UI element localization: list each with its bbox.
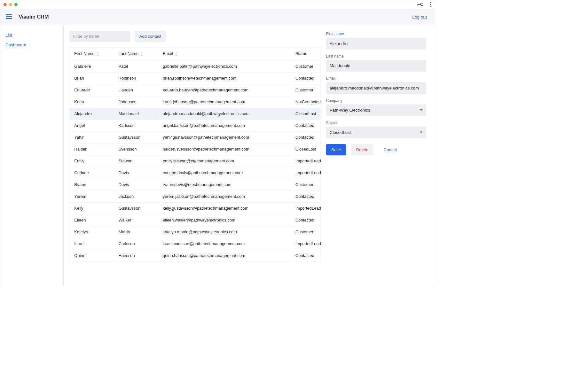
sort-icon	[96, 52, 99, 56]
cell-last: Gustavsson	[114, 131, 158, 143]
svg-rect-2	[417, 4, 418, 5]
svg-rect-9	[6, 18, 12, 19]
cell-first: Gabrielle	[70, 60, 114, 72]
cell-last: Gustavsson	[114, 202, 158, 214]
cell-status: ImportedLead	[291, 238, 321, 250]
table-row[interactable]: IsraelCarlssonisrael.carlsson@pathetechm…	[70, 238, 321, 250]
table-row[interactable]: GabriellePatelgabrielle.patel@pathwayele…	[70, 60, 321, 72]
col-header-status[interactable]: Status	[291, 47, 321, 60]
cell-last: Hansson	[114, 250, 158, 261]
cell-first: Koen	[70, 96, 114, 108]
save-button[interactable]: Save	[326, 144, 346, 156]
cell-status: ImportedLead	[291, 202, 321, 214]
cell-email: yurem.jackson@pathetechmanagement.com	[158, 190, 291, 202]
mac-minimize-dot[interactable]	[9, 3, 12, 6]
label-last-name: Last name	[326, 54, 427, 58]
filter-input[interactable]	[69, 31, 130, 42]
table-row[interactable]: EileenWalkereileen.walker@pathwayelectro…	[70, 214, 321, 226]
table-row[interactable]: RyannDavisryann.davis@etechmanagement.co…	[70, 179, 321, 190]
svg-point-6	[430, 5, 432, 7]
sidebar-item-dashboard[interactable]: Dashboard	[5, 43, 58, 48]
input-last-name[interactable]	[326, 60, 427, 72]
col-header-email[interactable]: Email	[158, 47, 291, 60]
table-row[interactable]: YahirGustavssonyahir.gustavsson@pathetec…	[70, 131, 321, 143]
input-email[interactable]	[326, 82, 427, 94]
cell-email: brian.robinson@etechmanagement.com	[158, 72, 291, 84]
cell-first: Ryann	[70, 179, 114, 190]
cell-status: Contacted	[291, 190, 321, 202]
hamburger-menu-icon[interactable]	[6, 13, 12, 20]
table-row[interactable]: EduardoHaugeneduardo.haugen@pathetechman…	[70, 84, 321, 96]
cell-status: Contacted	[291, 250, 321, 261]
svg-point-0	[421, 3, 423, 5]
table-row[interactable]: EmilyStewartemily.stewart@etechmanagemen…	[70, 155, 321, 167]
svg-point-4	[430, 2, 432, 3]
cell-email: eduardo.haugen@pathetechmanagement.com	[158, 84, 291, 96]
contact-form: First name Last name Email Company Path-…	[321, 25, 435, 287]
table-row[interactable]: AlejandroMacdonaldalejandro.macdonald@pa…	[70, 108, 321, 120]
logout-link[interactable]: Log out	[412, 14, 427, 19]
sort-icon	[140, 52, 143, 56]
svg-rect-8	[6, 16, 12, 17]
table-row[interactable]: HaidenSvenssonhaiden.svensson@pathetechm…	[70, 143, 321, 155]
cell-email: angel.karlsson@pathetechmanagement.com	[158, 120, 291, 131]
mac-extension-icons	[417, 2, 431, 8]
cell-last: Macdonald	[114, 108, 158, 120]
cell-status: Contacted	[291, 214, 321, 226]
table-row[interactable]: CorinneDaviscorinne.davis@pathetechmanag…	[70, 167, 321, 179]
cell-first: Israel	[70, 238, 114, 250]
sort-icon	[175, 52, 177, 56]
grid-header-row: First Name Last Name Email Status	[70, 47, 321, 60]
cell-email: ryann.davis@etechmanagement.com	[158, 179, 291, 190]
cell-last: Martin	[114, 226, 158, 238]
cell-last: Davis	[114, 167, 158, 179]
key-icon[interactable]	[417, 3, 423, 7]
main-area: Add contact First Name Last Name Email S…	[64, 25, 435, 287]
mac-close-dot[interactable]	[4, 3, 7, 6]
cell-last: Johansen	[114, 96, 158, 108]
cell-first: Angel	[70, 120, 114, 131]
kebab-menu-icon[interactable]	[430, 2, 431, 8]
col-header-last-name[interactable]: Last Name	[114, 47, 158, 60]
cell-email: koen.johansen@pathetechmanagement.com	[158, 96, 291, 108]
table-row[interactable]: AngelKarlssonangel.karlsson@pathetechman…	[70, 120, 321, 131]
sidebar: List Dashboard	[0, 25, 64, 287]
sidebar-item-list[interactable]: List	[5, 32, 58, 37]
cell-email: israel.carlsson@pathetechmanagement.com	[158, 238, 291, 250]
cell-status: NotContacted	[291, 96, 321, 108]
table-row[interactable]: KatelynMartinkatelyn.martin@pathwayelect…	[70, 226, 321, 238]
add-contact-button[interactable]: Add contact	[135, 31, 166, 42]
cell-first: Kelly	[70, 202, 114, 214]
cancel-button[interactable]: Cancel	[378, 144, 402, 156]
cell-first: Alejandro	[70, 108, 114, 120]
table-row[interactable]: KoenJohansenkoen.johansen@pathetechmanag…	[70, 96, 321, 108]
cell-email: yahir.gustavsson@pathetechmanagement.com	[158, 131, 291, 143]
table-row[interactable]: KellyGustavssonkelly.gustavsson@pathetec…	[70, 202, 321, 214]
cell-last: Davis	[114, 179, 158, 190]
cell-first: Emily	[70, 155, 114, 167]
field-email: Email	[326, 76, 427, 94]
delete-button[interactable]: Delete	[351, 144, 373, 156]
contacts-grid[interactable]: First Name Last Name Email Status Gabrie…	[69, 47, 321, 262]
mac-zoom-dot[interactable]	[14, 3, 18, 6]
cell-email: alejandro.macdonald@pathwayelectronics.c…	[158, 108, 291, 120]
cell-status: Customer	[291, 226, 321, 238]
select-company[interactable]: Path-Way Electronics	[326, 104, 427, 116]
cell-first: Yurem	[70, 190, 114, 202]
input-first-name[interactable]	[326, 38, 427, 50]
table-row[interactable]: QuinnHanssonquinn.hansson@pathetechmanag…	[70, 250, 321, 261]
label-first-name: First name	[326, 32, 427, 36]
table-row[interactable]: BrianRobinsonbrian.robinson@etechmanagem…	[70, 72, 321, 84]
table-row[interactable]: YuremJacksonyurem.jackson@pathetechmanag…	[70, 190, 321, 202]
cell-status: ClosedLost	[291, 143, 321, 155]
app-body: List Dashboard Add contact First Name La…	[0, 25, 435, 287]
cell-first: Eduardo	[70, 84, 114, 96]
cell-status: Customer	[291, 84, 321, 96]
cell-email: katelyn.martin@pathwayelectronics.com	[158, 226, 291, 238]
field-company: Company Path-Way Electronics	[326, 99, 427, 116]
field-last-name: Last name	[326, 54, 427, 72]
select-status[interactable]: ClosedLost	[326, 127, 427, 138]
col-header-first-name[interactable]: First Name	[70, 47, 114, 60]
app-toolbar: Vaadin CRM Log out	[0, 9, 435, 25]
mac-traffic-lights	[4, 3, 18, 6]
